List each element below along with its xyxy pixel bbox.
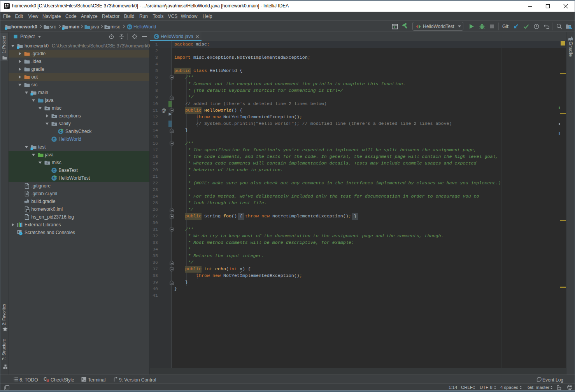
svg-text:C: C — [53, 137, 55, 141]
svg-text:C: C — [128, 24, 131, 29]
svg-text:C: C — [155, 34, 158, 38]
svg-text:C: C — [53, 168, 55, 172]
svg-text:S: S — [46, 378, 49, 382]
